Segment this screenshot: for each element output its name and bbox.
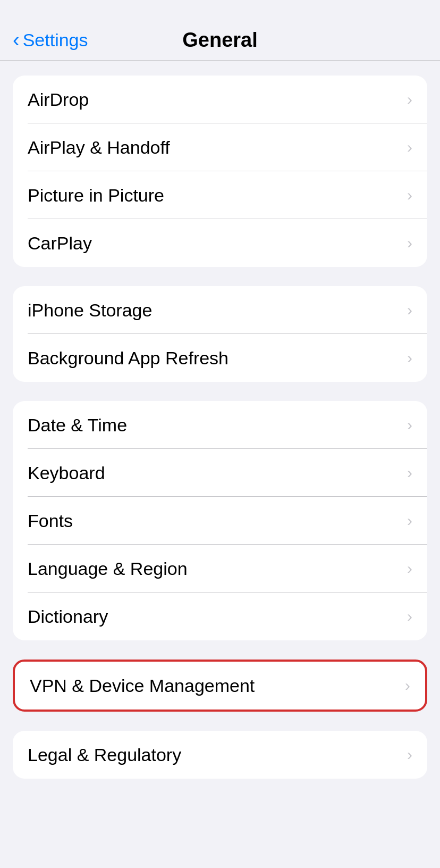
group-storage: iPhone Storage › Background App Refresh … — [13, 286, 427, 382]
language-region-item[interactable]: Language & Region › — [13, 545, 427, 592]
carplay-item[interactable]: CarPlay › — [13, 219, 427, 267]
navigation-bar: ‹ Settings General — [0, 0, 440, 61]
iphone-storage-chevron-icon: › — [407, 301, 412, 319]
settings-content: AirDrop › AirPlay & Handoff › Picture in… — [0, 61, 440, 794]
picture-in-picture-item[interactable]: Picture in Picture › — [13, 171, 427, 219]
background-app-refresh-label: Background App Refresh — [28, 348, 229, 369]
legal-regulatory-item[interactable]: Legal & Regulatory › — [13, 731, 427, 779]
fonts-item[interactable]: Fonts › — [13, 497, 427, 545]
back-chevron-icon: ‹ — [13, 30, 20, 50]
airdrop-item[interactable]: AirDrop › — [13, 76, 427, 123]
group-connectivity: AirDrop › AirPlay & Handoff › Picture in… — [13, 76, 427, 267]
dictionary-chevron-icon: › — [407, 607, 412, 625]
back-label: Settings — [23, 30, 88, 51]
date-time-chevron-icon: › — [407, 416, 412, 434]
dictionary-label: Dictionary — [28, 606, 108, 627]
picture-in-picture-label: Picture in Picture — [28, 185, 164, 206]
group-legal: Legal & Regulatory › — [13, 731, 427, 779]
keyboard-label: Keyboard — [28, 463, 105, 483]
keyboard-chevron-icon: › — [407, 464, 412, 482]
group-vpn-highlighted: VPN & Device Management › — [13, 660, 427, 712]
keyboard-item[interactable]: Keyboard › — [13, 449, 427, 497]
legal-regulatory-chevron-icon: › — [407, 746, 412, 764]
background-app-refresh-chevron-icon: › — [407, 349, 412, 367]
fonts-label: Fonts — [28, 511, 73, 531]
iphone-storage-item[interactable]: iPhone Storage › — [13, 286, 427, 334]
fonts-chevron-icon: › — [407, 512, 412, 530]
carplay-chevron-icon: › — [407, 234, 412, 252]
picture-in-picture-chevron-icon: › — [407, 186, 412, 204]
background-app-refresh-item[interactable]: Background App Refresh › — [13, 334, 427, 382]
page-title: General — [182, 29, 258, 52]
legal-regulatory-label: Legal & Regulatory — [28, 745, 181, 765]
vpn-device-management-label: VPN & Device Management — [30, 675, 255, 696]
airplay-handoff-chevron-icon: › — [407, 138, 412, 156]
date-time-item[interactable]: Date & Time › — [13, 401, 427, 449]
vpn-device-management-chevron-icon: › — [405, 677, 410, 695]
language-region-chevron-icon: › — [407, 560, 412, 578]
iphone-storage-label: iPhone Storage — [28, 300, 152, 321]
date-time-label: Date & Time — [28, 415, 127, 436]
airdrop-label: AirDrop — [28, 89, 89, 110]
language-region-label: Language & Region — [28, 558, 188, 579]
airplay-handoff-item[interactable]: AirPlay & Handoff › — [13, 123, 427, 171]
group-locale: Date & Time › Keyboard › Fonts › Languag… — [13, 401, 427, 640]
back-button[interactable]: ‹ Settings — [13, 30, 88, 51]
carplay-label: CarPlay — [28, 233, 92, 254]
dictionary-item[interactable]: Dictionary › — [13, 592, 427, 640]
airplay-handoff-label: AirPlay & Handoff — [28, 137, 170, 158]
airdrop-chevron-icon: › — [407, 90, 412, 108]
vpn-device-management-item[interactable]: VPN & Device Management › — [15, 662, 425, 710]
